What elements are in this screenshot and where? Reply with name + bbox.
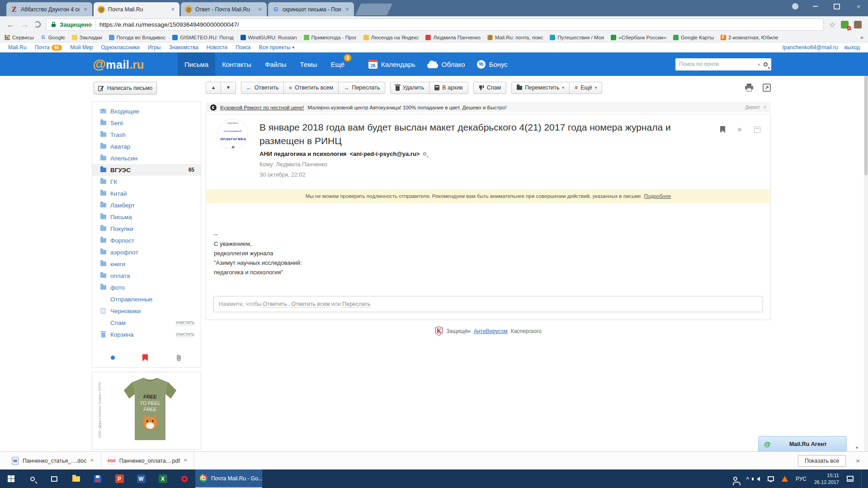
- logout-link[interactable]: выход: [844, 44, 860, 51]
- reply-all-button[interactable]: «Ответить всем: [283, 82, 339, 94]
- forward-button[interactable]: →: [20, 20, 29, 29]
- delete-button[interactable]: Удалить: [390, 82, 429, 94]
- taskbar-button[interactable]: Почта Mail.Ru - Go...: [195, 469, 262, 488]
- services-nav-link[interactable]: Игры: [148, 44, 160, 51]
- forward-button[interactable]: →Переслать: [338, 82, 385, 94]
- services-nav-link[interactable]: Новости: [207, 44, 227, 51]
- folder-item[interactable]: Покупки: [92, 223, 201, 235]
- chevron-up-icon[interactable]: ^: [184, 458, 187, 464]
- services-nav-link[interactable]: Мой Мир: [70, 44, 93, 51]
- maximize-button[interactable]: [832, 3, 842, 10]
- mailru-agent-panel[interactable]: @ Mail.Ru Агент: [758, 436, 847, 451]
- folder-item[interactable]: фото: [92, 282, 201, 293]
- header-nav-tab[interactable]: Файлы: [258, 52, 293, 76]
- tab-close-icon[interactable]: ×: [170, 6, 175, 13]
- bookmark-item[interactable]: «Сбербанк России»: [611, 35, 666, 40]
- bookmark-star-icon[interactable]: ☆: [829, 20, 835, 29]
- scrollbar[interactable]: [864, 76, 868, 455]
- folder-item[interactable]: Trash: [92, 129, 201, 141]
- browser-tab[interactable]: Аббатство Даунтон 4 се ×: [6, 2, 92, 16]
- taskbar-button[interactable]: [22, 469, 43, 488]
- header-nav-tab[interactable]: Контакты: [215, 52, 258, 76]
- open-in-window-icon[interactable]: [763, 84, 771, 92]
- taskbar-button[interactable]: [0, 469, 22, 488]
- close-ad-icon[interactable]: ×: [764, 105, 766, 110]
- taskbar-button[interactable]: P: [108, 469, 130, 488]
- spam-button[interactable]: Спам: [473, 82, 506, 94]
- bonus-app-link[interactable]: % Бонус: [477, 60, 508, 69]
- chevron-down-icon[interactable]: ▾: [758, 62, 760, 67]
- reply-button[interactable]: ←Ответить: [241, 82, 284, 94]
- chevron-up-icon[interactable]: ^: [90, 458, 93, 464]
- close-window-button[interactable]: ×: [854, 3, 863, 10]
- print-icon[interactable]: [745, 84, 754, 92]
- unread-filter-icon[interactable]: [111, 356, 115, 360]
- archive-button[interactable]: В архив: [429, 82, 468, 94]
- header-nav-tab[interactable]: Темы: [293, 52, 324, 76]
- bookmark-flag-icon[interactable]: [720, 126, 725, 133]
- read-status-dot-icon[interactable]: [738, 128, 741, 131]
- calendar-app-link[interactable]: 26 Календарь: [368, 60, 415, 69]
- bookmark-item[interactable]: Закладки: [72, 35, 102, 40]
- close-downloads-icon[interactable]: ×: [856, 457, 860, 465]
- header-nav-tab[interactable]: Ещё 3: [324, 52, 351, 76]
- move-button[interactable]: Переместить▾: [511, 82, 570, 94]
- screenshot-extension-icon[interactable]: [854, 21, 862, 28]
- bookmark-item[interactable]: G Google: [41, 35, 65, 40]
- email-sender[interactable]: АНИ педагогика и психология <ani-ped-i-p…: [259, 150, 427, 157]
- folder-item[interactable]: Sent: [92, 117, 201, 129]
- mail-search-input[interactable]: Поиск по почте ▾: [675, 58, 771, 70]
- language-indicator[interactable]: РУС: [796, 476, 807, 482]
- services-nav-link[interactable]: Mail.Ru: [8, 44, 27, 51]
- back-button[interactable]: ←: [6, 20, 15, 29]
- reload-button[interactable]: [34, 21, 41, 28]
- tab-close-icon[interactable]: ×: [344, 6, 350, 13]
- header-nav-tab[interactable]: Письма: [178, 52, 215, 76]
- services-nav-link[interactable]: Одноклассники: [101, 44, 140, 51]
- bookmark-item[interactable]: Путешествия / Моя: [550, 35, 604, 40]
- new-tab-button[interactable]: [355, 4, 392, 15]
- services-nav-link[interactable]: Знакомства: [169, 44, 198, 51]
- taskbar-button[interactable]: [65, 469, 87, 488]
- folder-item[interactable]: книги: [92, 258, 201, 270]
- taskbar-button[interactable]: W: [130, 469, 152, 488]
- bookmark-item[interactable]: Люсенда на Яндекс: [363, 35, 419, 40]
- bookmarks-overflow-icon[interactable]: »: [860, 34, 863, 41]
- scrollbar-thumb[interactable]: [864, 76, 868, 175]
- folder-item[interactable]: ГК: [92, 176, 201, 188]
- show-all-downloads-button[interactable]: Показать все: [798, 455, 846, 467]
- folder-item[interactable]: Апельсин: [92, 152, 201, 164]
- bookmark-item[interactable]: Погода во Владивос: [109, 35, 166, 40]
- folder-item[interactable]: ВГУЭС 65: [92, 164, 201, 176]
- bookmark-item[interactable]: F 2-комнатная, Юбиле: [721, 35, 778, 40]
- bookmark-item[interactable]: Сервисы: [5, 35, 34, 40]
- address-bar[interactable]: Защищено https://e.mail.ru/message/15093…: [46, 19, 824, 31]
- folder-item[interactable]: Спам очистить: [92, 317, 201, 328]
- avast-icon[interactable]: [782, 476, 788, 482]
- people-tray-icon[interactable]: [733, 477, 737, 481]
- services-nav-link[interactable]: Все проекты ▾: [259, 44, 294, 51]
- clock[interactable]: 15:11 26.12.2017: [814, 472, 839, 486]
- folder-item[interactable]: Отправленные: [92, 293, 201, 305]
- antivirus-link[interactable]: АнтиВирусом: [474, 328, 508, 334]
- minimize-button[interactable]: [810, 3, 820, 10]
- tab-close-icon[interactable]: ×: [83, 6, 88, 13]
- download-item[interactable]: PDF Панченко_оплата....pdf ^: [101, 452, 195, 469]
- sidebar-ad[interactable]: ООО «Директ Каталог Сервис» ОГРН FREE TO…: [92, 372, 201, 450]
- browser-tab[interactable]: Почта Mail.Ru ×: [94, 2, 179, 16]
- tab-close-icon[interactable]: ×: [257, 6, 263, 13]
- calendar-date-icon[interactable]: [754, 127, 760, 133]
- quick-reply-link[interactable]: Ответить: [263, 301, 287, 308]
- bookmark-item[interactable]: WindGURU: Russian: [241, 35, 297, 40]
- compose-button[interactable]: Написать письмо: [94, 82, 157, 94]
- show-desktop-button[interactable]: [861, 469, 862, 488]
- agent-collapse-icon[interactable]: ▾: [856, 445, 858, 450]
- taskbar-button[interactable]: [43, 469, 65, 488]
- taskbar-button[interactable]: [87, 469, 108, 488]
- folder-item[interactable]: Аватар: [92, 141, 201, 152]
- bookmark-item[interactable]: Примпогода - Прог: [304, 35, 357, 40]
- warning-more-link[interactable]: Подробнее: [644, 193, 671, 199]
- folder-item[interactable]: Корзина очистить: [92, 328, 201, 340]
- taskbar-button[interactable]: [174, 469, 195, 488]
- more-button[interactable]: ≡Ещё▾: [569, 82, 602, 94]
